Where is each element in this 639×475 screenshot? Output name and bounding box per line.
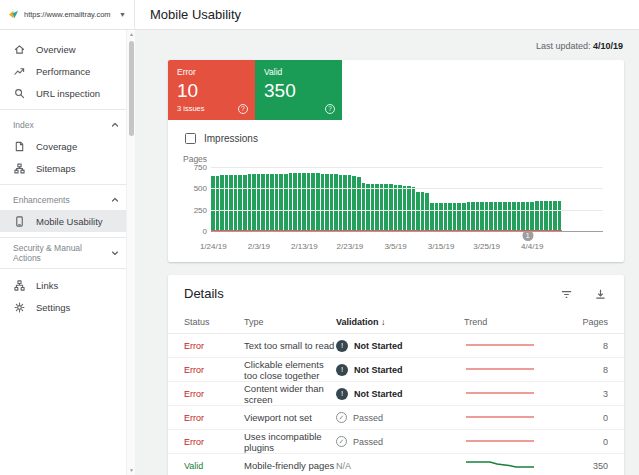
chart-bar (261, 174, 265, 231)
chart-bar (498, 202, 502, 231)
status-cell: Error (184, 437, 244, 447)
chart-bar (416, 192, 420, 231)
pages-chart: Pages 7505002500 1/24/192/3/192/13/192/2… (185, 154, 607, 256)
trend-sparkline (464, 339, 556, 352)
scroll-up-icon[interactable]: ▲ (127, 30, 136, 39)
chart-bar (439, 203, 443, 231)
chart-annotation-marker[interactable]: 1 (522, 230, 533, 241)
chart-bar (425, 193, 429, 231)
pages-cell: 0 (556, 413, 608, 423)
not-started-icon: ! (336, 340, 348, 352)
table-row[interactable]: ErrorUses incompatible plugins✓Passed0 (168, 430, 624, 454)
chart-bar (421, 192, 425, 231)
type-cell: Clickable elements too close together (244, 359, 336, 381)
main-content: Last updated: 4/10/19 Error 10 3 issues … (135, 30, 639, 475)
chart-bar (289, 173, 293, 231)
x-tick-label: 1/24/19 (200, 242, 227, 251)
sidebar-item-mobile-usability[interactable]: Mobile Usability (0, 210, 135, 232)
error-box[interactable]: Error 10 3 issues ? (168, 60, 255, 120)
sidebar-item-settings[interactable]: Settings (0, 296, 135, 318)
chart-bar (311, 173, 315, 231)
property-selector[interactable]: https://www.emailtray.com ▼ (0, 0, 135, 29)
sidebar-section-enhancements[interactable]: Enhancements (0, 190, 135, 210)
passed-check-icon: ✓ (336, 436, 347, 447)
chart-bar (270, 174, 274, 231)
chart-bar (298, 173, 302, 231)
pages-cell: 8 (556, 365, 608, 375)
table-row[interactable]: ErrorContent wider than screen!Not Start… (168, 382, 624, 406)
trend-sparkline (464, 387, 556, 400)
chart-bar (380, 184, 384, 231)
details-title: Details (184, 286, 224, 301)
chart-bar (266, 174, 270, 231)
download-icon[interactable] (594, 287, 608, 301)
sidebar-item-coverage[interactable]: Coverage (0, 135, 135, 157)
scrollbar-thumb[interactable] (129, 41, 134, 136)
chart-bar (471, 202, 475, 231)
col-trend[interactable]: Trend (464, 317, 556, 327)
trend-sparkline (464, 411, 556, 424)
sidebar-item-url-inspection[interactable]: URL inspection (0, 82, 135, 104)
site-favicon-icon (8, 9, 19, 20)
validation-cell: N/A (336, 461, 464, 471)
sidebar-item-sitemaps[interactable]: Sitemaps (0, 157, 135, 179)
sidebar-item-links[interactable]: Links (0, 274, 135, 296)
help-icon[interactable]: ? (325, 104, 335, 114)
impressions-checkbox[interactable] (185, 133, 196, 144)
table-row[interactable]: ErrorClickable elements too close togeth… (168, 358, 624, 382)
chart-bar (512, 202, 516, 231)
gridline: 250 (211, 210, 603, 211)
chart-bar (275, 174, 279, 231)
sidebar-scrollbar[interactable]: ▲ ▼ (126, 30, 135, 475)
table-row[interactable]: ValidMobile-friendly pagesN/A350 (168, 454, 624, 475)
chart-bar (284, 174, 288, 231)
chart-bar (448, 203, 452, 231)
chart-bar (476, 202, 480, 231)
table-row[interactable]: ErrorText too small to read!Not Started8 (168, 334, 624, 358)
col-type[interactable]: Type (244, 317, 336, 327)
chart-bar (489, 202, 493, 231)
chart-bar (366, 184, 370, 231)
chart-bar (252, 174, 256, 231)
sidebar-divider (0, 184, 135, 185)
chart-bar (302, 173, 306, 231)
valid-box[interactable]: Valid 350 ? (255, 60, 342, 120)
trend-sparkline (464, 435, 556, 448)
validation-text: Not Started (354, 341, 403, 351)
col-pages[interactable]: Pages (556, 317, 608, 327)
validation-text: Passed (353, 413, 383, 423)
sort-arrow-icon: ↓ (381, 317, 386, 327)
col-validation[interactable]: Validation ↓ (336, 317, 464, 327)
table-body: ErrorText too small to read!Not Started8… (168, 334, 624, 475)
chart-x-axis: 1/24/192/3/192/13/192/23/193/5/193/15/19… (211, 232, 603, 256)
pages-cell: 8 (556, 341, 608, 351)
sidebar-divider (0, 268, 135, 269)
scroll-down-icon[interactable]: ▼ (127, 466, 136, 475)
x-tick-label: 3/15/19 (428, 242, 455, 251)
validation-cell: !Not Started (336, 388, 464, 400)
validation-text: Not Started (354, 389, 403, 399)
chart-bar (517, 202, 521, 231)
chart-bar (334, 174, 338, 231)
table-row[interactable]: ErrorViewport not set✓Passed0 (168, 406, 624, 430)
sidebar-section-security[interactable]: Security & Manual Actions (0, 243, 135, 263)
filter-icon[interactable] (560, 287, 574, 301)
col-status[interactable]: Status (184, 317, 244, 327)
coverage-icon (13, 140, 25, 152)
sidebar-item-overview[interactable]: Overview (0, 38, 135, 60)
type-cell: Text too small to read (244, 340, 336, 351)
sidebar-item-performance[interactable]: Performance (0, 60, 135, 82)
help-icon[interactable]: ? (238, 104, 248, 114)
chart-bar (526, 202, 530, 231)
table-header: Status Type Validation ↓ Trend Pages (168, 310, 624, 334)
chart-bar (462, 203, 466, 231)
y-tick-label: 750 (183, 163, 207, 172)
status-cell: Valid (184, 461, 244, 471)
sitemap-icon (13, 162, 25, 174)
type-cell: Mobile-friendly pages (244, 460, 336, 471)
x-tick-label: 2/3/19 (248, 242, 270, 251)
error-label: Error (177, 67, 246, 77)
chart-bar (467, 202, 471, 231)
pages-cell: 3 (556, 389, 608, 399)
sidebar-section-index[interactable]: Index (0, 115, 135, 135)
